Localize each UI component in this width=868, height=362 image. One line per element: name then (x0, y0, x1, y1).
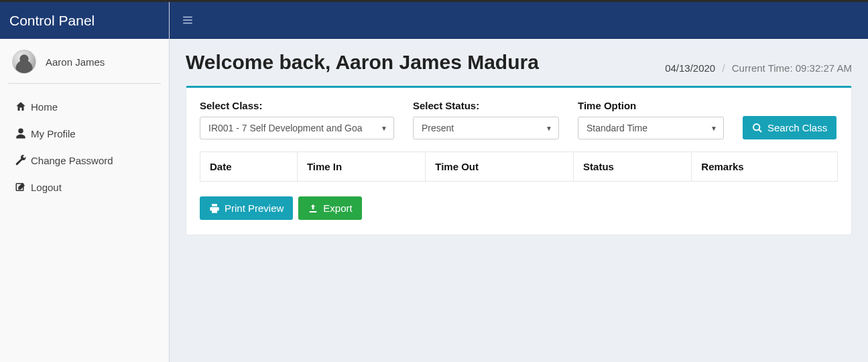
button-label: Print Preview (225, 202, 284, 214)
divider (8, 83, 161, 84)
field-select-class: Select Class: IR001 - 7 Self Development… (200, 100, 394, 139)
label-time-option: Time Option (578, 100, 724, 111)
datetime-display: 04/13/2020 / Current Time: 09:32:27 AM (665, 62, 852, 74)
content: Welcome back, Aaron James Madura 04/13/2… (170, 39, 868, 362)
wrench-icon (15, 154, 31, 166)
user-block: Aaron James (0, 39, 169, 83)
page-title: Welcome back, Aaron James Madura (186, 51, 539, 74)
action-row: Print Preview Export (200, 196, 838, 220)
sidebar-nav: Home My Profile Change Password Logout (0, 90, 169, 203)
col-status: Status (574, 152, 692, 182)
col-remarks: Remarks (692, 152, 838, 182)
table-header-row: Date Time In Time Out Status Remarks (200, 152, 838, 182)
button-label: Search Class (767, 122, 827, 133)
sidebar-item-profile[interactable]: My Profile (0, 120, 169, 147)
filter-card: Select Class: IR001 - 7 Self Development… (186, 86, 852, 235)
col-time-in: Time In (297, 152, 425, 182)
topbar (170, 2, 868, 39)
current-time: Current Time: 09:32:27 AM (732, 62, 852, 74)
current-date: 04/13/2020 (665, 62, 715, 74)
sidebar-item-label: Home (31, 101, 58, 113)
upload-icon (308, 203, 318, 214)
avatar (12, 50, 36, 74)
brand-title: Control Panel (0, 2, 169, 39)
svg-point-1 (753, 124, 759, 130)
label-select-class: Select Class: (200, 100, 394, 111)
sidebar-item-home[interactable]: Home (0, 93, 169, 120)
print-icon (209, 203, 220, 214)
label-select-status: Select Status: (413, 100, 559, 111)
edit-icon (15, 181, 31, 193)
print-preview-button[interactable]: Print Preview (200, 196, 293, 220)
home-icon (15, 101, 31, 113)
sidebar: Control Panel Aaron James Home My Profil… (0, 2, 170, 362)
search-icon (752, 123, 763, 133)
button-label: Export (323, 202, 352, 214)
user-icon (15, 127, 31, 139)
select-time-option[interactable]: Standard Time (578, 117, 724, 139)
separator: / (722, 62, 725, 74)
sidebar-item-logout[interactable]: Logout (0, 174, 169, 200)
sidebar-item-label: Logout (31, 182, 62, 193)
menu-toggle-icon[interactable] (182, 14, 194, 26)
filter-row: Select Class: IR001 - 7 Self Development… (200, 100, 838, 139)
sidebar-item-label: Change Password (31, 155, 113, 166)
col-date: Date (200, 152, 298, 182)
field-select-status: Select Status: Present ▼ (413, 100, 559, 139)
page-header: Welcome back, Aaron James Madura 04/13/2… (186, 51, 852, 74)
sidebar-item-change-password[interactable]: Change Password (0, 147, 169, 174)
main: Welcome back, Aaron James Madura 04/13/2… (170, 2, 868, 362)
export-button[interactable]: Export (298, 196, 361, 220)
field-time-option: Time Option Standard Time ▼ (578, 100, 724, 139)
results-table: Date Time In Time Out Status Remarks (200, 152, 838, 182)
user-name: Aaron James (46, 56, 105, 68)
sidebar-item-label: My Profile (31, 128, 76, 139)
select-status[interactable]: Present (413, 117, 559, 139)
col-time-out: Time Out (426, 152, 574, 182)
select-class[interactable]: IR001 - 7 Self Development and Goa (200, 117, 394, 139)
search-class-button[interactable]: Search Class (743, 116, 836, 139)
